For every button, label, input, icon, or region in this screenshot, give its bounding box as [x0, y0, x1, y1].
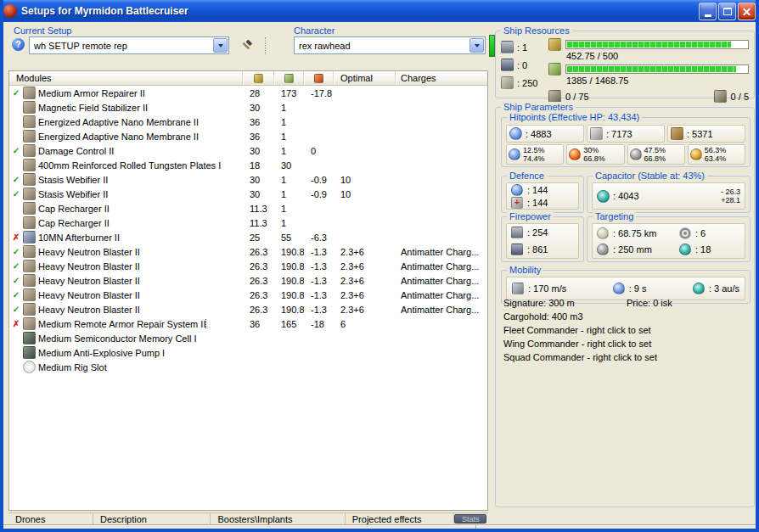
modules-column-header[interactable]: Modules [9, 71, 243, 85]
armor-repairer-icon [23, 87, 36, 99]
module-name: Heavy Neutron Blaster II [38, 290, 243, 300]
table-row[interactable]: ✓ Heavy Neutron Blaster II 26.3 190.8 -1… [9, 302, 487, 316]
help-icon[interactable]: ? [12, 38, 25, 51]
app-icon [3, 4, 17, 18]
table-row[interactable]: ✗ Medium Remote Armor Repair System II 3… [9, 316, 487, 331]
bottom-tab[interactable]: Drones [8, 513, 93, 524]
table-row[interactable]: ✓ Heavy Neutron Blaster II 26.3 190.8 -1… [9, 288, 487, 302]
module-name: Heavy Neutron Blaster II [38, 261, 243, 272]
module-charges: Antimatter Charg... [396, 261, 487, 272]
armor-resist-value: 63.4% [705, 154, 727, 163]
table-row[interactable]: ✗ 10MN Afterburner II 25 55 -6.3 [9, 230, 487, 244]
charges-column-header[interactable]: Charges [396, 71, 487, 85]
cpu-column-header[interactable] [243, 71, 274, 85]
module-cpu: 26.3 [243, 276, 274, 286]
magnetic-field-stabilizer-icon [23, 101, 36, 114]
table-row[interactable]: ✓ Heavy Neutron Blaster II 26.3 190.8 -1… [9, 244, 487, 259]
module-name: Damage Control II [38, 146, 243, 156]
squad-commander-slot[interactable]: Squad Commander - right click to set [503, 350, 672, 364]
table-row[interactable]: ✓ Stasis Webifier II 30 1 -0.9 10 [9, 172, 487, 187]
table-row[interactable]: Medium Semiconductor Memory Cell I [9, 331, 487, 345]
module-powergrid: 173 [274, 88, 304, 98]
module-cpu: 11.3 [243, 204, 274, 214]
module-status-icon: ✓ [9, 290, 23, 300]
blaster-icon [23, 274, 36, 287]
targeting-value: : 18 [695, 244, 711, 255]
capacitor-column-header[interactable] [304, 71, 334, 85]
kinetic-resist-icon [630, 148, 642, 160]
table-row[interactable]: Medium Rig Slot [9, 360, 487, 374]
table-row[interactable]: ✓ Medium Armor Repairer II 28 173 -17.8 [9, 86, 487, 100]
table-row[interactable]: ✓ Damage Control II 30 1 0 [9, 143, 487, 158]
table-row[interactable]: Medium Anti-Explosive Pump I [9, 345, 487, 360]
shield-resist-value: 30% [583, 146, 605, 154]
maximize-button[interactable] [718, 3, 736, 20]
character-select[interactable]: rex rawhead [294, 36, 486, 54]
setup-select[interactable]: wh SETUP remote rep [29, 36, 229, 54]
table-row[interactable]: Energized Adaptive Nano Membrane II 36 1 [9, 115, 487, 129]
cpu-bar [565, 40, 749, 49]
bottom-tab[interactable]: Boosters\Implants [211, 513, 345, 524]
module-status-icon: ✗ [9, 319, 23, 328]
optimal-column-header[interactable]: Optimal [334, 71, 396, 85]
module-powergrid: 1 [274, 175, 304, 185]
module-cap: -0.9 [304, 189, 334, 199]
capacitor-amount: : 4043 [613, 191, 639, 201]
table-row[interactable]: ✓ Stasis Webifier II 30 1 -0.9 10 [9, 187, 487, 201]
window-controls [699, 3, 756, 20]
table-row[interactable]: ✓ Heavy Neutron Blaster II 26.3 190.8 -1… [9, 259, 487, 273]
targeting-value: : 250 mm [613, 244, 652, 255]
module-name: Cap Recharger II [38, 204, 243, 214]
powergrid-usage-text: 1385 / 1468.75 [566, 76, 749, 86]
module-charges: Antimatter Charg... [396, 290, 487, 300]
module-name: Medium Remote Armor Repair System II [38, 319, 243, 329]
table-row[interactable]: Energized Adaptive Nano Membrane II 36 1 [9, 129, 487, 143]
firepower-value: : 861 [527, 244, 548, 255]
module-optimal: 6 [334, 319, 396, 329]
module-powergrid: 190.8 [274, 305, 304, 315]
ship-info: Signature: 300 m Price: 0 isk Cargohold:… [503, 296, 672, 364]
window-title: Setups for Myrmidon Battlecruiser [21, 5, 188, 17]
table-row[interactable]: Cap Recharger II 11.3 1 [9, 201, 487, 216]
hitpoint-stat: : 5371 [667, 125, 745, 143]
defence-group: Defence : 144 : 144 [501, 176, 584, 213]
align-time-icon [613, 283, 625, 294]
firepower-value: : 254 [527, 227, 548, 238]
current-setup-label: Current Setup [14, 25, 71, 36]
launcher-hardpoint-icon [501, 59, 514, 71]
module-name: Medium Rig Slot [38, 362, 243, 372]
bottom-tab[interactable]: Description [93, 513, 211, 524]
fleet-commander-slot[interactable]: Fleet Commander - right click to set [503, 323, 672, 337]
defence-value: : 144 [527, 198, 548, 208]
dropdown-arrow-icon[interactable] [213, 38, 228, 53]
wing-commander-slot[interactable]: Wing Commander - right click to set [503, 337, 672, 350]
module-status-icon: ✓ [9, 146, 23, 155]
powergrid-bar [565, 64, 749, 74]
firepower-stat: : 861 [511, 244, 574, 255]
module-status-icon: ✓ [9, 189, 23, 199]
module-name: Heavy Neutron Blaster II [38, 247, 243, 257]
minimize-button[interactable] [699, 3, 717, 20]
hitpoint-stat: : 7173 [587, 125, 665, 143]
module-powergrid: 1 [274, 132, 304, 142]
targeting-range-icon [597, 227, 609, 239]
setup-select-value: wh SETUP remote rep [30, 41, 212, 51]
module-status-icon: ✗ [9, 232, 23, 242]
tools-button[interactable] [236, 36, 258, 54]
firepower-stat: : 254 [511, 227, 574, 238]
table-row[interactable]: ✓ Heavy Neutron Blaster II 26.3 190.8 -1… [9, 273, 487, 288]
bottom-tab-bar: Drones Description Boosters\Implants Pro… [8, 512, 488, 524]
module-cpu: 11.3 [243, 218, 274, 228]
dropdown-arrow-icon[interactable] [469, 38, 484, 53]
powergrid-column-header[interactable] [274, 71, 304, 85]
bottom-tab[interactable]: Projected effects [346, 513, 455, 524]
table-row[interactable]: Magnetic Field Stabilizer II 30 1 [9, 100, 487, 115]
table-row[interactable]: 400mm Reinforced Rolled Tungsten Plates … [9, 158, 487, 172]
close-button[interactable] [738, 3, 756, 20]
module-powergrid: 1 [274, 103, 304, 113]
defence-value: : 144 [527, 185, 548, 195]
module-cap: -1.3 [304, 290, 334, 300]
stats-button[interactable]: Stats [454, 514, 486, 524]
table-row[interactable]: Cap Recharger II 11.3 1 [9, 216, 487, 230]
maximize-icon [723, 8, 732, 15]
